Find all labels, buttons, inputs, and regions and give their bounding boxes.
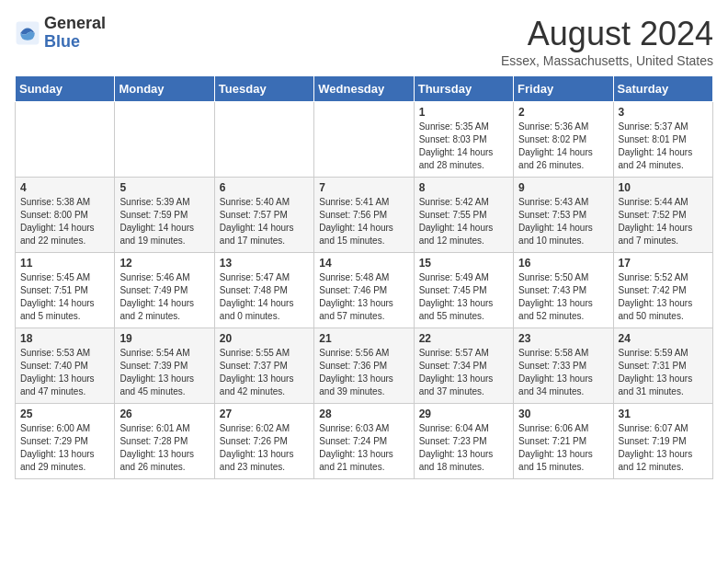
- day-info: Sunrise: 5:36 AM Sunset: 8:02 PM Dayligh…: [518, 121, 608, 172]
- day-info: Sunrise: 5:39 AM Sunset: 7:59 PM Dayligh…: [119, 196, 209, 247]
- day-number: 4: [20, 181, 109, 194]
- day-number: 23: [518, 332, 608, 345]
- day-number: 19: [119, 332, 209, 345]
- day-info: Sunrise: 5:37 AM Sunset: 8:01 PM Dayligh…: [619, 121, 708, 172]
- weekday-sunday: Sunday: [16, 76, 115, 102]
- day-info: Sunrise: 5:55 AM Sunset: 7:37 PM Dayligh…: [220, 347, 309, 398]
- day-info: Sunrise: 5:56 AM Sunset: 7:36 PM Dayligh…: [319, 347, 408, 398]
- day-cell: 16Sunrise: 5:50 AM Sunset: 7:43 PM Dayli…: [514, 253, 613, 328]
- day-cell: 3Sunrise: 5:37 AM Sunset: 8:01 PM Daylig…: [613, 102, 712, 178]
- week-row-3: 11Sunrise: 5:45 AM Sunset: 7:51 PM Dayli…: [16, 253, 713, 328]
- day-cell: 5Sunrise: 5:39 AM Sunset: 7:59 PM Daylig…: [115, 178, 214, 253]
- day-info: Sunrise: 5:35 AM Sunset: 8:03 PM Dayligh…: [419, 121, 508, 172]
- day-cell: [115, 102, 214, 178]
- weekday-thursday: Thursday: [414, 76, 513, 102]
- day-cell: 10Sunrise: 5:44 AM Sunset: 7:52 PM Dayli…: [613, 178, 712, 253]
- day-number: 20: [220, 332, 309, 345]
- calendar-title: August 2024: [501, 15, 713, 53]
- day-number: 22: [419, 332, 508, 345]
- weekday-friday: Friday: [514, 76, 613, 102]
- day-number: 10: [619, 181, 708, 194]
- calendar-table: SundayMondayTuesdayWednesdayThursdayFrid…: [15, 75, 713, 479]
- day-number: 8: [419, 181, 508, 194]
- day-number: 28: [319, 408, 408, 420]
- day-cell: 19Sunrise: 5:54 AM Sunset: 7:39 PM Dayli…: [115, 328, 214, 404]
- day-cell: 15Sunrise: 5:49 AM Sunset: 7:45 PM Dayli…: [414, 253, 513, 328]
- day-number: 25: [20, 408, 109, 420]
- day-info: Sunrise: 5:53 AM Sunset: 7:40 PM Dayligh…: [20, 347, 109, 398]
- day-number: 21: [319, 332, 408, 345]
- day-number: 29: [419, 408, 508, 420]
- day-cell: 9Sunrise: 5:43 AM Sunset: 7:53 PM Daylig…: [514, 178, 613, 253]
- day-cell: 30Sunrise: 6:06 AM Sunset: 7:21 PM Dayli…: [514, 404, 613, 479]
- day-info: Sunrise: 5:38 AM Sunset: 8:00 PM Dayligh…: [20, 196, 109, 247]
- day-cell: 14Sunrise: 5:48 AM Sunset: 7:46 PM Dayli…: [314, 253, 414, 328]
- day-cell: [214, 102, 313, 178]
- day-cell: 8Sunrise: 5:42 AM Sunset: 7:55 PM Daylig…: [414, 178, 513, 253]
- day-info: Sunrise: 5:47 AM Sunset: 7:48 PM Dayligh…: [220, 271, 309, 323]
- day-cell: 24Sunrise: 5:59 AM Sunset: 7:31 PM Dayli…: [613, 328, 712, 404]
- week-row-5: 25Sunrise: 6:00 AM Sunset: 7:29 PM Dayli…: [16, 404, 713, 479]
- calendar-header: SundayMondayTuesdayWednesdayThursdayFrid…: [16, 76, 713, 102]
- weekday-monday: Monday: [115, 76, 214, 102]
- day-info: Sunrise: 5:45 AM Sunset: 7:51 PM Dayligh…: [20, 271, 109, 323]
- calendar-body: 1Sunrise: 5:35 AM Sunset: 8:03 PM Daylig…: [16, 102, 713, 479]
- day-number: 14: [319, 257, 408, 270]
- day-info: Sunrise: 5:54 AM Sunset: 7:39 PM Dayligh…: [119, 347, 209, 398]
- day-cell: 31Sunrise: 6:07 AM Sunset: 7:19 PM Dayli…: [613, 404, 712, 479]
- day-info: Sunrise: 5:44 AM Sunset: 7:52 PM Dayligh…: [619, 196, 708, 247]
- day-cell: [314, 102, 414, 178]
- day-cell: 4Sunrise: 5:38 AM Sunset: 8:00 PM Daylig…: [16, 178, 115, 253]
- day-number: 26: [119, 408, 209, 420]
- weekday-saturday: Saturday: [613, 76, 712, 102]
- day-number: 24: [619, 332, 708, 345]
- day-info: Sunrise: 5:46 AM Sunset: 7:49 PM Dayligh…: [119, 271, 209, 323]
- day-cell: 13Sunrise: 5:47 AM Sunset: 7:48 PM Dayli…: [214, 253, 313, 328]
- day-cell: 26Sunrise: 6:01 AM Sunset: 7:28 PM Dayli…: [115, 404, 214, 479]
- week-row-4: 18Sunrise: 5:53 AM Sunset: 7:40 PM Dayli…: [16, 328, 713, 404]
- day-info: Sunrise: 6:04 AM Sunset: 7:23 PM Dayligh…: [419, 422, 508, 474]
- day-info: Sunrise: 6:06 AM Sunset: 7:21 PM Dayligh…: [518, 422, 608, 474]
- week-row-2: 4Sunrise: 5:38 AM Sunset: 8:00 PM Daylig…: [16, 178, 713, 253]
- day-info: Sunrise: 5:58 AM Sunset: 7:33 PM Dayligh…: [518, 347, 608, 398]
- day-info: Sunrise: 5:42 AM Sunset: 7:55 PM Dayligh…: [419, 196, 508, 247]
- day-number: 12: [119, 257, 209, 270]
- day-info: Sunrise: 6:01 AM Sunset: 7:28 PM Dayligh…: [119, 422, 209, 474]
- day-cell: 7Sunrise: 5:41 AM Sunset: 7:56 PM Daylig…: [314, 178, 414, 253]
- day-number: 1: [419, 106, 508, 119]
- page-header: General Blue August 2024 Essex, Massachu…: [15, 15, 713, 68]
- weekday-tuesday: Tuesday: [214, 76, 313, 102]
- day-cell: 25Sunrise: 6:00 AM Sunset: 7:29 PM Dayli…: [16, 404, 115, 479]
- weekday-header-row: SundayMondayTuesdayWednesdayThursdayFrid…: [16, 76, 713, 102]
- day-cell: 29Sunrise: 6:04 AM Sunset: 7:23 PM Dayli…: [414, 404, 513, 479]
- day-cell: 17Sunrise: 5:52 AM Sunset: 7:42 PM Dayli…: [613, 253, 712, 328]
- day-number: 5: [119, 181, 209, 194]
- day-info: Sunrise: 5:40 AM Sunset: 7:57 PM Dayligh…: [220, 196, 309, 247]
- day-number: 11: [20, 257, 109, 270]
- day-cell: 18Sunrise: 5:53 AM Sunset: 7:40 PM Dayli…: [16, 328, 115, 404]
- day-info: Sunrise: 5:52 AM Sunset: 7:42 PM Dayligh…: [619, 271, 708, 323]
- day-cell: 21Sunrise: 5:56 AM Sunset: 7:36 PM Dayli…: [314, 328, 414, 404]
- day-number: 3: [619, 106, 708, 119]
- day-info: Sunrise: 5:41 AM Sunset: 7:56 PM Dayligh…: [319, 196, 408, 247]
- day-info: Sunrise: 5:59 AM Sunset: 7:31 PM Dayligh…: [619, 347, 708, 398]
- day-cell: 11Sunrise: 5:45 AM Sunset: 7:51 PM Dayli…: [16, 253, 115, 328]
- weekday-wednesday: Wednesday: [314, 76, 414, 102]
- day-info: Sunrise: 6:00 AM Sunset: 7:29 PM Dayligh…: [20, 422, 109, 474]
- day-cell: 20Sunrise: 5:55 AM Sunset: 7:37 PM Dayli…: [214, 328, 313, 404]
- day-cell: 1Sunrise: 5:35 AM Sunset: 8:03 PM Daylig…: [414, 102, 513, 178]
- logo-line2: Blue: [44, 33, 106, 52]
- day-info: Sunrise: 5:43 AM Sunset: 7:53 PM Dayligh…: [518, 196, 608, 247]
- day-number: 9: [518, 181, 608, 194]
- day-cell: [16, 102, 115, 178]
- day-number: 15: [419, 257, 508, 270]
- day-info: Sunrise: 6:03 AM Sunset: 7:24 PM Dayligh…: [319, 422, 408, 474]
- logo: General Blue: [15, 15, 106, 52]
- day-number: 2: [518, 106, 608, 119]
- day-number: 7: [319, 181, 408, 194]
- day-info: Sunrise: 5:48 AM Sunset: 7:46 PM Dayligh…: [319, 271, 408, 323]
- day-info: Sunrise: 5:57 AM Sunset: 7:34 PM Dayligh…: [419, 347, 508, 398]
- day-number: 18: [20, 332, 109, 345]
- day-info: Sunrise: 6:07 AM Sunset: 7:19 PM Dayligh…: [619, 422, 708, 474]
- title-block: August 2024 Essex, Massachusetts, United…: [501, 15, 713, 68]
